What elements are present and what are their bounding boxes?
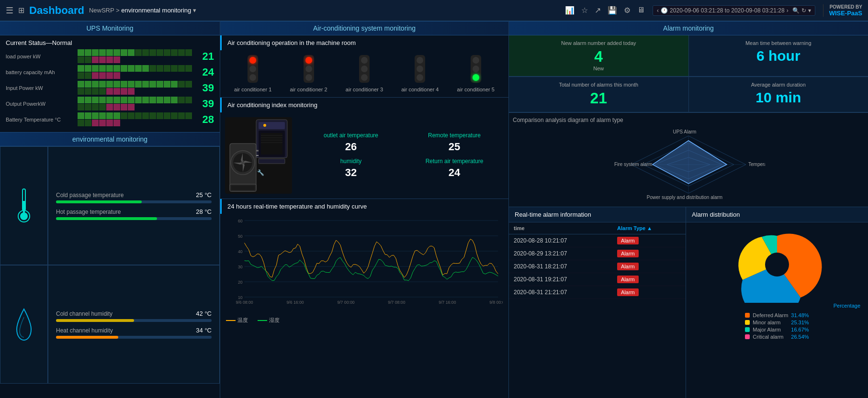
traffic-light-dot (417, 66, 423, 72)
progress-bar-fill (56, 200, 142, 203)
alarm-new-label: New alarm number added today (517, 40, 681, 46)
droplet-icon (12, 305, 36, 343)
aci-metric-value: 32 (302, 166, 400, 179)
zoom-icon[interactable]: 🔍 (792, 7, 800, 14)
ac-unit: air conditioner 4 (401, 55, 439, 92)
alarm-stats: New alarm number added today 4 New Mean … (509, 35, 868, 112)
pie-legend-item: Major Alarm16.67% (745, 327, 809, 332)
next-icon[interactable]: › (787, 7, 789, 14)
legend-label: Critical alarm (753, 334, 788, 340)
humidity-data-cell: Cold channel humidity42 °CHeat channel h… (48, 265, 220, 384)
traffic-light-dot (305, 57, 312, 64)
aci-metric-value: 26 (302, 141, 400, 153)
alarm-type: Alarm (612, 234, 686, 247)
ac-unit-label: air conditioner 1 (234, 87, 271, 92)
alarm-badge: Alarm (617, 250, 639, 257)
svg-text:10: 10 (238, 295, 243, 300)
temp-data-cell: Cold passage temperature25 °CHot passage… (48, 146, 220, 265)
ac-operation-section: Air conditioning operation in the machin… (220, 35, 508, 98)
env-section: Cold passage temperature25 °CHot passage… (0, 146, 220, 398)
env-metric: Hot passage temperature28 °C (56, 208, 212, 220)
droplet-icon-cell (0, 265, 48, 384)
aci-metric-label: outlet air temperature (302, 132, 400, 139)
legend-hum: 湿度 (258, 317, 280, 324)
time-range: 2020-09-06 03:21:28 to 2020-09-08 03:21:… (670, 7, 785, 14)
ups-metric-row: Input Power kW39 (6, 81, 214, 95)
ups-metric-label: Battery Temperature °C (6, 117, 78, 122)
aci-metric-label: Return air temperature (405, 158, 504, 165)
col-time: time (509, 222, 612, 234)
alarm-type: Alarm (612, 247, 686, 260)
alarm-new-sub: New (517, 66, 681, 71)
alarm-badge: Alarm (617, 276, 639, 283)
save-icon[interactable]: 💾 (608, 6, 617, 15)
alarm-table: time Alarm Type ▲ 2020-08-28 10:21:07Ala… (509, 222, 686, 299)
thermometer-icon (12, 187, 36, 225)
alarm-stat-mean: Mean time between warning 6 hour (689, 35, 868, 77)
breadcrumb: NewSRP > environmental monitoring ▾ (89, 7, 196, 14)
star-icon[interactable]: ☆ (581, 6, 588, 15)
alarm-time: 2020-08-28 10:21:07 (509, 234, 612, 247)
col-type[interactable]: Alarm Type ▲ (612, 222, 686, 234)
ac-unit: air conditioner 1 (234, 55, 271, 92)
svg-rect-7 (261, 133, 282, 155)
dropdown-icon[interactable]: ▾ (808, 7, 811, 14)
pie-legend-item: Critical alarm26.54% (745, 334, 809, 340)
svg-text:40: 40 (238, 249, 243, 254)
alarm-badge: Alarm (617, 237, 639, 244)
ac-unit: air conditioner 3 (346, 55, 383, 92)
svg-text:Temperature and humidity alarm: Temperature and humidity alarm (748, 162, 765, 167)
share-icon[interactable]: ↗ (595, 6, 601, 15)
legend-dot (745, 334, 750, 339)
ups-metric-bars (78, 65, 195, 79)
svg-text:30: 30 (238, 265, 243, 269)
ups-metric-bars (78, 97, 195, 111)
ups-metric-value: 39 (195, 82, 214, 94)
chart-icon[interactable]: 📊 (565, 6, 575, 15)
ups-metric-row: Output PowerkW39 (6, 97, 214, 111)
alarm-table-row: 2020-08-31 21:21:07Alarm (509, 286, 686, 299)
settings-icon[interactable]: ⚙ (624, 6, 631, 15)
env-metric-label: Heat channel humidity (56, 327, 113, 334)
aci-metric: outlet air temperature26 (302, 132, 400, 153)
alarm-type: Alarm (612, 286, 686, 299)
svg-point-3 (20, 212, 28, 220)
traffic-light-dot (417, 57, 423, 64)
ac-unit-label: air conditioner 2 (290, 87, 327, 92)
ac-units: air conditioner 1air conditioner 2air co… (220, 50, 508, 97)
ups-metric-bars (78, 81, 195, 95)
legend-dot (745, 313, 750, 318)
header-left: ☰ ⊞ Dashboard NewSRP > environmental mon… (6, 4, 196, 17)
aci-metric: Return air temperature24 (405, 158, 504, 179)
grid-icon: ⊞ (18, 6, 24, 15)
ac-unit: air conditioner 5 (457, 55, 495, 92)
alarm-time: 2020-08-29 13:21:07 (509, 247, 612, 260)
traffic-light-dot (249, 66, 256, 72)
chart-header: 24 hours real-time temperature and humid… (220, 199, 508, 214)
alarm-total-value: 21 (517, 89, 681, 107)
prev-icon[interactable]: ‹ (657, 7, 659, 14)
ups-metric-label: load power kW (6, 54, 78, 59)
legend-temp: 温度 (226, 317, 248, 324)
ac-machine-image: 🔧 (225, 117, 292, 194)
ups-metric-label: battery capacity mAh (6, 69, 78, 75)
pie-chart-area: Percentage Deferred Alarm31.48%Minor ala… (690, 226, 864, 340)
ups-metric-row: load power kW21 (6, 49, 214, 63)
legend-pct: 31.48% (791, 312, 809, 318)
ac-machine-svg: 🔧 (227, 117, 290, 194)
monitor-icon[interactable]: 🖥 (637, 6, 645, 15)
ac-op-header: Air conditioning operation in the machin… (220, 35, 508, 50)
env-metric-value: 25 °C (196, 191, 212, 199)
pie-title: Alarm distribution (686, 207, 868, 222)
svg-text:20: 20 (238, 280, 243, 285)
ac-unit-label: air conditioner 5 (457, 87, 495, 92)
env-metric: Cold passage temperature25 °C (56, 191, 212, 203)
ups-section: Current Status—Normal load power kW21bat… (0, 35, 220, 132)
traffic-light-dot (473, 74, 479, 81)
progress-bar-fill (56, 336, 118, 339)
menu-icon[interactable]: ☰ (6, 5, 13, 16)
ups-metric-row: Battery Temperature °C28 (6, 112, 214, 126)
alarm-avg-value: 10 min (697, 89, 861, 106)
refresh-icon[interactable]: ↻ (801, 7, 806, 14)
env-metric-value: 28 °C (196, 208, 212, 215)
